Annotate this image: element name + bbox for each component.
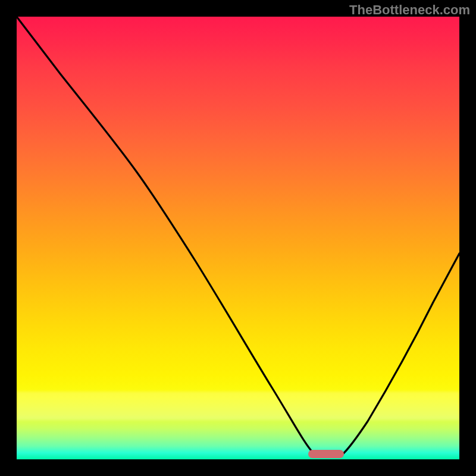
bottleneck-curve — [17, 17, 459, 459]
watermark-text: TheBottleneck.com — [349, 2, 470, 18]
plot-area — [17, 17, 459, 459]
optimal-range-marker — [308, 450, 344, 458]
